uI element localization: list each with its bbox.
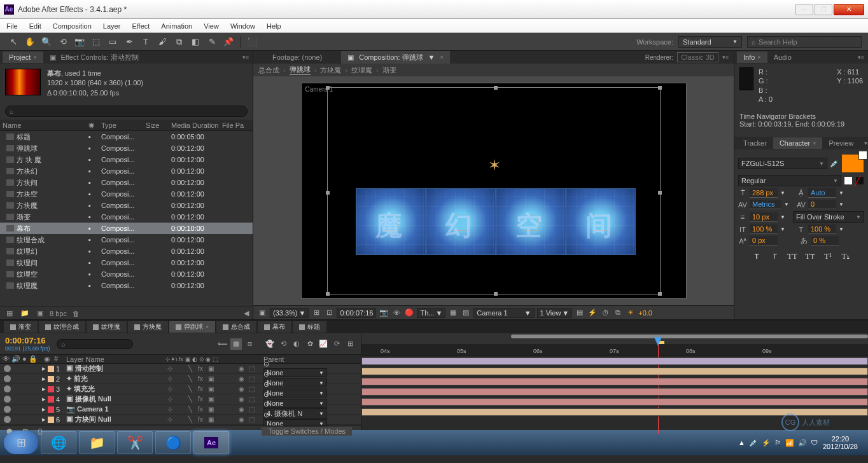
tray-volume-icon[interactable]: 🔊 [798, 439, 807, 447]
superscript-button[interactable]: T¹ [821, 251, 835, 262]
panel-menu-icon[interactable]: ▾≡ [860, 140, 868, 146]
timecode-display[interactable]: 0:00:07:16 [337, 308, 376, 318]
menu-view[interactable]: View [204, 22, 219, 30]
menu-animation[interactable]: Animation [161, 22, 192, 30]
exposure-reset-icon[interactable]: ☀ [626, 308, 636, 318]
taskbar-app[interactable]: ✂️ [117, 431, 153, 454]
project-row[interactable]: 方 块 魔▪Composi...0:00:12:00 [0, 154, 253, 165]
font-style-dropdown[interactable]: Regular▼ [738, 175, 841, 186]
transparency-icon[interactable]: ▨ [461, 308, 471, 318]
channel-icon[interactable]: 🔴 [404, 308, 414, 318]
tracking-input[interactable]: 0 [808, 200, 836, 209]
italic-button[interactable]: T [767, 251, 781, 262]
tab-tracker[interactable]: Tracker [737, 137, 773, 149]
project-row[interactable]: 方块空▪Composi...0:00:12:00 [0, 188, 253, 200]
search-help[interactable]: ⌕Search Help [747, 36, 862, 48]
project-row[interactable]: 弹跳球▪Composi...0:00:12:00 [0, 142, 253, 154]
smallcaps-button[interactable]: Tᴛ [803, 251, 817, 262]
timeline-layer-row[interactable]: ▸6 ▣ 方块间 Null ⊹╲fx▣◉⬚ ⊙None▼ [0, 415, 361, 425]
project-row[interactable]: 纹理合成▪Composi...0:00:12:00 [0, 234, 253, 245]
roi-icon[interactable]: ▦ [448, 308, 458, 318]
zoom-dropdown[interactable]: (33.3%)▼ [270, 308, 309, 318]
breadcrumb-item[interactable]: 方块魔 [320, 66, 341, 75]
hscale-input[interactable]: 100 % [808, 225, 836, 234]
timeline-icon[interactable]: ⏱ [600, 308, 610, 318]
timeline-tab[interactable]: 纹理魔 [87, 321, 127, 333]
timeline-tab[interactable]: 标题 [293, 321, 326, 333]
taskbar-explorer[interactable]: 📁 [79, 431, 115, 454]
fast-draft-icon[interactable]: ⚡ [587, 308, 598, 318]
puppet-tool-icon[interactable]: 📌 [221, 35, 235, 49]
shape-tool-icon[interactable]: ▭ [106, 35, 120, 49]
always-preview-icon[interactable]: ▣ [257, 308, 267, 318]
workspace-dropdown[interactable]: Standard▼ [678, 36, 742, 48]
tray-network-icon[interactable]: 📶 [785, 439, 794, 447]
project-row[interactable]: 纹理魔▪Composi...0:00:12:00 [0, 280, 253, 291]
resolution-icon[interactable]: ⊞ [311, 308, 321, 318]
show-snapshot-icon[interactable]: 👁 [391, 308, 402, 318]
col-header-duration[interactable]: Media Duration [169, 121, 220, 129]
timeline-tab[interactable]: 方块魔 [128, 321, 168, 333]
menu-edit[interactable]: Edit [29, 22, 41, 30]
tl-motion-blur-icon[interactable]: ◐ [291, 338, 302, 350]
menu-composition[interactable]: Composition [53, 22, 92, 30]
flowchart-icon[interactable]: ⧉ [613, 308, 623, 318]
tl-icon[interactable]: ✿ [304, 338, 316, 350]
tl-icon[interactable]: ⟳ [331, 338, 342, 350]
project-row[interactable]: 方块间▪Composi...0:00:12:00 [0, 177, 253, 188]
bpc-indicator[interactable]: 8 bpc [50, 310, 67, 317]
panel-menu-icon[interactable]: ▾≡ [854, 54, 868, 60]
snapshot-icon[interactable]: 📷 [379, 308, 389, 318]
project-row[interactable]: 标题▪Composi...0:00:05:00 [0, 131, 253, 142]
clone-tool-icon[interactable]: ⧉ [172, 35, 186, 49]
tl-icon[interactable]: ⊞ [344, 338, 356, 350]
new-comp-icon[interactable]: ▣ [34, 308, 46, 319]
resolution-dropdown[interactable]: Th...▼ [417, 308, 445, 318]
tab-project[interactable]: Project× [3, 52, 43, 63]
scroll-left-icon[interactable]: ◀ [244, 309, 249, 317]
tl-icon[interactable]: ⟸ [217, 338, 228, 350]
taskbar-app[interactable]: 🔵 [155, 431, 191, 454]
col-header-name[interactable]: Name [0, 121, 86, 129]
camera-tool-icon[interactable]: 📷 [73, 35, 87, 49]
tray-flag-icon[interactable]: 🏳 [774, 439, 781, 447]
kerning-input[interactable]: Metrics [750, 200, 781, 209]
close-button[interactable]: ✕ [834, 4, 864, 15]
project-row[interactable]: 纹理幻▪Composi...0:00:12:00 [0, 245, 253, 257]
delete-icon[interactable]: 🗑 [71, 308, 82, 319]
maximize-button[interactable]: ☐ [815, 4, 832, 15]
menu-layer[interactable]: Layer [103, 22, 121, 30]
project-row[interactable]: 方块幻▪Composi...0:00:12:00 [0, 165, 253, 177]
current-timecode[interactable]: 0:00:07:16 [5, 336, 50, 345]
selection-tool-icon[interactable]: ↖ [6, 35, 20, 49]
taskbar-after-effects[interactable]: Ae [193, 431, 229, 454]
project-search[interactable] [5, 106, 248, 117]
tab-audio[interactable]: Audio [767, 52, 798, 63]
start-button[interactable]: ⊞ [4, 431, 38, 454]
timeline-tab[interactable]: 渐变 [4, 321, 38, 333]
project-table[interactable]: Name ◉ Type Size Media Duration File Pa … [0, 120, 253, 307]
col-header-tag[interactable]: ◉ [86, 121, 99, 129]
toggle-switches-button[interactable]: Toggle Switches / Modes [262, 427, 352, 436]
tl-icon[interactable]: ⟲ [277, 338, 289, 350]
tray-icon[interactable]: ⚡ [762, 439, 771, 447]
timeline-tab[interactable]: 幕布 [258, 321, 291, 333]
tray-icon[interactable]: ▲ [738, 439, 745, 447]
timeline-tab[interactable]: 纹理合成 [39, 321, 85, 333]
font-size-input[interactable]: 288 px [750, 188, 778, 198]
project-row[interactable]: 幕布▪Composi...0:00:10:00 [0, 223, 253, 234]
col-header-type[interactable]: Type [99, 121, 143, 129]
fill-swatch[interactable] [844, 176, 853, 185]
subscript-button[interactable]: T₁ [839, 251, 853, 262]
work-area-bar[interactable] [511, 335, 868, 338]
clock-date[interactable]: 2012/10/28 [823, 443, 858, 450]
font-family-dropdown[interactable]: FZGuLi-S12S▼ [738, 158, 827, 169]
timeline-tab[interactable]: 弹跳球 × [169, 321, 215, 333]
tl-shy-icon[interactable]: 👻 [264, 338, 276, 350]
clock-time[interactable]: 22:20 [823, 435, 858, 443]
tab-footage[interactable]: Footage: (none) [266, 52, 328, 63]
pan-behind-tool-icon[interactable]: ⬚ [89, 35, 103, 49]
menu-help[interactable]: Help [267, 22, 281, 30]
minimize-button[interactable]: — [795, 4, 813, 15]
menu-effect[interactable]: Effect [132, 22, 150, 30]
